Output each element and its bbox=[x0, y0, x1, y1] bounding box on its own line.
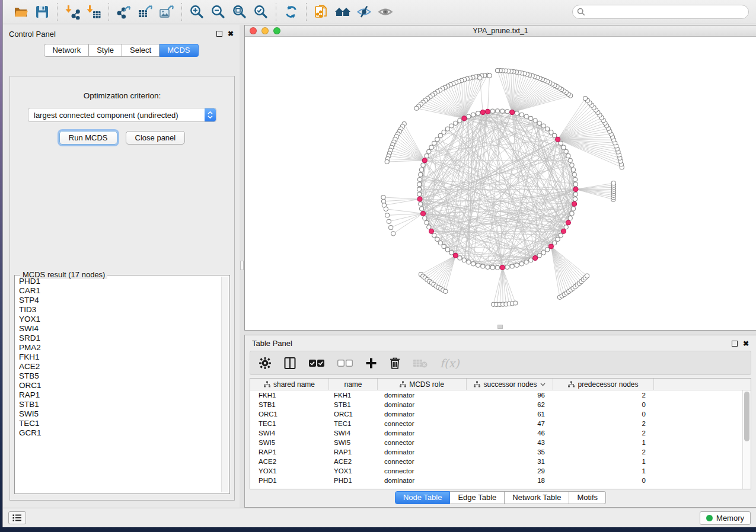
tab-network[interactable]: Network bbox=[44, 44, 89, 57]
mcds-result-item[interactable]: PMA2 bbox=[16, 343, 221, 352]
mcds-result-item[interactable]: STB5 bbox=[16, 371, 221, 381]
mcds-result-item[interactable]: YOX1 bbox=[16, 315, 221, 324]
table-settings-button[interactable] bbox=[259, 357, 272, 370]
save-session-button[interactable] bbox=[31, 2, 53, 21]
table-scrollbar-thumb[interactable] bbox=[744, 392, 749, 441]
task-history-button[interactable] bbox=[8, 511, 26, 524]
tab-mcds[interactable]: MCDS bbox=[160, 44, 198, 57]
tab-style[interactable]: Style bbox=[89, 44, 122, 57]
table-cell[interactable]: FKH1 bbox=[329, 392, 378, 399]
table-cell[interactable]: SWI4 bbox=[250, 430, 329, 437]
mcds-result-item[interactable]: TID3 bbox=[16, 305, 221, 315]
mcds-result-item[interactable]: FKH1 bbox=[16, 352, 221, 362]
network-from-doc-button[interactable] bbox=[311, 2, 332, 21]
mcds-result-item[interactable]: TEC1 bbox=[16, 419, 221, 428]
table-row[interactable]: SWI4SWI4dominator462 bbox=[250, 428, 751, 438]
column-header-name[interactable]: name bbox=[329, 379, 378, 390]
table-cell[interactable]: dominator bbox=[378, 411, 467, 418]
column-header-predecessor-nodes[interactable]: predecessor nodes bbox=[553, 379, 654, 390]
column-header-successor-nodes[interactable]: successor nodes bbox=[467, 379, 553, 390]
close-panel-icon[interactable]: ✖ bbox=[228, 31, 234, 37]
table-cell[interactable]: 18 bbox=[467, 477, 553, 484]
table-cell[interactable]: SWI5 bbox=[250, 439, 329, 446]
tab-motifs[interactable]: Motifs bbox=[569, 491, 606, 504]
zoom-in-button[interactable] bbox=[186, 2, 208, 21]
minimize-window-icon[interactable] bbox=[261, 27, 269, 34]
open-file-button[interactable] bbox=[10, 2, 31, 21]
mcds-result-item[interactable]: SRD1 bbox=[16, 334, 221, 343]
table-cell[interactable]: connector bbox=[378, 458, 467, 465]
mcds-result-item[interactable]: ORC1 bbox=[16, 381, 221, 390]
table-cell[interactable]: ORC1 bbox=[250, 411, 329, 418]
zoom-fit-button[interactable] bbox=[229, 2, 250, 21]
table-cell[interactable]: ORC1 bbox=[329, 411, 378, 418]
table-cell[interactable]: SWI4 bbox=[329, 430, 378, 437]
table-cell[interactable]: YOX1 bbox=[250, 467, 329, 475]
table-cell[interactable]: dominator bbox=[378, 448, 467, 456]
table-row[interactable]: STB1STB1dominator620 bbox=[250, 400, 751, 409]
table-row[interactable]: YOX1YOX1connector291 bbox=[250, 466, 751, 476]
export-network-button[interactable] bbox=[113, 2, 135, 21]
mcds-result-item[interactable]: SWI4 bbox=[16, 324, 221, 334]
import-network-button[interactable] bbox=[62, 2, 83, 21]
table-scrollbar[interactable] bbox=[742, 390, 751, 489]
canvas-grip[interactable] bbox=[497, 325, 503, 329]
export-table-button[interactable] bbox=[135, 2, 156, 21]
float-panel-icon[interactable] bbox=[732, 341, 738, 347]
mcds-result-item[interactable]: RAP1 bbox=[16, 390, 221, 400]
search-input[interactable] bbox=[572, 5, 749, 19]
tab-node-table[interactable]: Node Table bbox=[395, 491, 451, 504]
table-cell[interactable]: 2 bbox=[553, 448, 654, 456]
refresh-button[interactable] bbox=[280, 2, 302, 21]
table-cell[interactable]: dominator bbox=[378, 392, 467, 399]
table-cell[interactable]: TEC1 bbox=[329, 420, 378, 427]
column-header-shared-name[interactable]: shared name bbox=[250, 379, 329, 390]
horizontal-splitter[interactable] bbox=[244, 331, 756, 335]
mcds-result-item[interactable]: ACE2 bbox=[16, 362, 221, 371]
deselect-all-rows-button[interactable] bbox=[337, 358, 353, 368]
show-column-panel-button[interactable] bbox=[283, 357, 296, 370]
splitter-grip[interactable] bbox=[240, 261, 244, 270]
float-panel-icon[interactable] bbox=[216, 31, 222, 37]
table-row[interactable]: ORC1ORC1dominator610 bbox=[250, 409, 751, 419]
table-cell[interactable]: dominator bbox=[378, 430, 467, 437]
table-cell[interactable]: RAP1 bbox=[250, 448, 329, 456]
first-neighbors-button[interactable] bbox=[332, 2, 353, 21]
table-cell[interactable]: 0 bbox=[553, 477, 654, 484]
criterion-select[interactable]: largest connected component (undirected) bbox=[28, 108, 216, 122]
zoom-out-button[interactable] bbox=[208, 2, 229, 21]
table-cell[interactable]: STB1 bbox=[329, 401, 378, 408]
select-all-rows-button[interactable] bbox=[308, 358, 325, 368]
tab-select[interactable]: Select bbox=[122, 44, 160, 57]
table-row[interactable]: PHD1PHD1dominator180 bbox=[250, 476, 751, 485]
table-cell[interactable]: 2 bbox=[553, 392, 654, 399]
table-row[interactable]: TEC1TEC1connector472 bbox=[250, 419, 751, 428]
network-canvas[interactable] bbox=[245, 37, 756, 330]
run-mcds-button[interactable]: Run MCDS bbox=[59, 131, 117, 145]
table-cell[interactable]: 0 bbox=[553, 401, 654, 408]
show-all-button[interactable] bbox=[375, 2, 396, 21]
memory-button[interactable]: Memory bbox=[700, 511, 751, 525]
table-cell[interactable]: TEC1 bbox=[250, 420, 329, 427]
table-cell[interactable]: PHD1 bbox=[250, 477, 329, 484]
table-row[interactable]: RAP1RAP1dominator352 bbox=[250, 447, 751, 457]
table-cell[interactable]: FKH1 bbox=[250, 392, 329, 399]
tab-network-table[interactable]: Network Table bbox=[505, 491, 569, 504]
table-cell[interactable]: 61 bbox=[467, 411, 553, 418]
table-cell[interactable]: 1 bbox=[553, 467, 654, 475]
table-cell[interactable]: 62 bbox=[467, 401, 553, 408]
table-cell[interactable]: connector bbox=[378, 420, 467, 427]
table-cell[interactable]: RAP1 bbox=[329, 448, 378, 456]
table-cell[interactable]: connector bbox=[378, 467, 467, 475]
mcds-result-item[interactable]: CAR1 bbox=[16, 286, 221, 296]
table-cell[interactable]: 96 bbox=[467, 392, 553, 399]
table-cell[interactable]: STB1 bbox=[250, 401, 329, 408]
table-cell[interactable]: 47 bbox=[467, 420, 553, 427]
table-cell[interactable]: connector bbox=[378, 439, 467, 446]
delete-columns-button[interactable] bbox=[389, 357, 401, 370]
import-table-button[interactable] bbox=[83, 2, 104, 21]
table-cell[interactable]: 2 bbox=[553, 430, 654, 437]
close-window-icon[interactable] bbox=[250, 27, 257, 34]
mcds-result-item[interactable]: GCR1 bbox=[16, 428, 221, 438]
vertical-splitter[interactable] bbox=[240, 25, 244, 508]
